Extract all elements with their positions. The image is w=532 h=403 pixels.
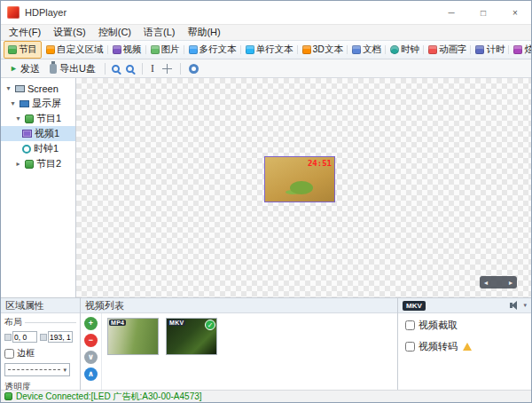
video-region-preview[interactable]: 24:51 (264, 156, 335, 202)
document-icon (352, 45, 361, 54)
position-field (4, 331, 37, 343)
video-thumbnail-mp4[interactable]: MP4 (107, 318, 159, 355)
border-checkbox[interactable] (4, 349, 14, 359)
add-video-button[interactable]: + (84, 317, 98, 330)
tab-multiline-text[interactable]: 多行文本 (184, 41, 241, 59)
video-crop-option: 视频截取 (405, 319, 524, 332)
tab-custom-area[interactable]: 自定义区域 (42, 41, 108, 59)
pager-next-icon[interactable]: ▸ (509, 279, 512, 287)
video-list-title: 视频列表 (85, 299, 124, 312)
close-button[interactable]: × (499, 1, 531, 24)
speaker-icon[interactable] (510, 301, 517, 310)
tab-clock[interactable]: 时钟 (386, 41, 424, 59)
video-thumbnail-mkv[interactable]: MKV ✓ (166, 318, 217, 355)
pager-prev-icon[interactable]: ◂ (484, 279, 488, 287)
video-list-buttons: + − ∨ ∧ (81, 313, 102, 390)
singleline-text-icon (246, 45, 254, 54)
zoom-in-icon[interactable] (112, 65, 120, 73)
minimize-button[interactable]: ─ (435, 1, 467, 24)
position-input[interactable] (12, 331, 37, 343)
usb-icon (50, 64, 57, 74)
video-thumbnails: MP4 MKV ✓ (102, 313, 397, 390)
timer-icon (475, 45, 484, 54)
menubar: 文件(F) 设置(S) 控制(C) 语言(L) 帮助(H) (1, 24, 531, 40)
video-properties-body: 视频截取 视频转码 (398, 313, 531, 359)
menu-language[interactable]: 语言(L) (137, 25, 181, 40)
chevron-down-icon[interactable]: ▾ (523, 302, 527, 309)
expander-icon[interactable]: ▸ (14, 160, 22, 168)
border-style-dropdown[interactable]: ▾ (4, 363, 70, 376)
menu-settings[interactable]: 设置(S) (47, 25, 92, 40)
video-properties-panel: MKV ▾ 视频截取 视频转码 (398, 298, 531, 390)
tab-dazzle[interactable]: 炫酷 (509, 41, 531, 59)
video-properties-header: MKV ▾ (398, 298, 531, 313)
bottom-panels: 区域属性 布局 (1, 297, 531, 390)
video-transcode-label: 视频转码 (419, 340, 458, 353)
video-transcode-checkbox[interactable] (405, 342, 415, 352)
statusbar: Device Connected:[LED 广告机:A30-00-A4573] (1, 390, 531, 402)
remove-video-button[interactable]: − (84, 334, 98, 347)
expander-icon[interactable]: ▾ (9, 99, 17, 107)
video-icon (113, 45, 121, 54)
clock-icon (22, 145, 31, 154)
menu-control[interactable]: 控制(C) (92, 25, 137, 40)
tree-item-screen[interactable]: ▾ Screen (1, 81, 75, 96)
screen-icon (15, 85, 25, 92)
program-icon (25, 115, 34, 123)
size-input[interactable] (48, 331, 73, 343)
text-cursor-icon[interactable]: I (147, 62, 158, 75)
size-field (40, 331, 73, 343)
tab-image[interactable]: 图片 (146, 41, 184, 59)
tree-item-program2[interactable]: ▸ 节目2 (1, 156, 75, 171)
group-divider (25, 322, 76, 323)
titlebar: HDPlayer ─ □ × (1, 1, 531, 24)
toolbar-separator (180, 63, 181, 75)
tab-program[interactable]: 节目 (4, 41, 42, 59)
app-window: HDPlayer ─ □ × 文件(F) 设置(S) 控制(C) 语言(L) 帮… (0, 0, 532, 403)
tree-item-label: 节目1 (36, 112, 61, 125)
tab-label: 时钟 (401, 43, 419, 56)
program-icon (25, 160, 34, 169)
content-type-toolbar: 节目 自定义区域 视频 图片 多行文本 单行文本 3D文本 文档 时钟 动画字 … (1, 40, 531, 59)
tab-timer[interactable]: 计时 (471, 41, 509, 59)
menu-help[interactable]: 帮助(H) (181, 25, 226, 40)
tab-label: 视频 (123, 43, 142, 56)
export-usb-button[interactable]: 导出U盘 (45, 60, 100, 77)
send-label: 发送 (20, 62, 40, 75)
export-usb-label: 导出U盘 (59, 62, 96, 75)
canvas-zoom-pager[interactable]: ◂ ▸ (480, 276, 517, 288)
warning-icon (463, 343, 472, 351)
gear-icon[interactable] (189, 64, 199, 74)
region-properties-panel: 区域属性 布局 (1, 298, 81, 390)
zoom-out-icon[interactable] (126, 65, 134, 73)
tab-label: 动画字 (439, 43, 467, 56)
expander-icon[interactable]: ▾ (4, 84, 12, 92)
tree-item-label: 显示屏 (32, 97, 61, 110)
maximize-button[interactable]: □ (467, 1, 499, 24)
menu-file[interactable]: 文件(F) (3, 25, 47, 40)
video-crop-checkbox[interactable] (405, 320, 415, 330)
tree-item-video1[interactable]: 视频1 (1, 126, 75, 141)
send-button[interactable]: ► 发送 (5, 60, 44, 77)
move-up-button[interactable]: ∧ (84, 367, 98, 381)
tab-video[interactable]: 视频 (108, 41, 146, 59)
image-icon (151, 45, 160, 54)
expander-icon[interactable]: ▾ (14, 115, 22, 122)
action-toolbar: ► 发送 导出U盘 I (1, 59, 531, 78)
move-icon[interactable] (162, 64, 172, 74)
tree-item-display[interactable]: ▾ 显示屏 (1, 96, 75, 111)
tab-singleline-text[interactable]: 单行文本 (241, 41, 298, 59)
tree-item-label: 时钟1 (34, 142, 59, 155)
tree-item-program1[interactable]: ▾ 节目1 (1, 111, 75, 126)
tab-3d-text[interactable]: 3D文本 (298, 41, 348, 59)
tab-animated-text[interactable]: 动画字 (424, 41, 472, 59)
design-canvas[interactable]: 24:51 ◂ ▸ (76, 78, 531, 297)
format-badge: MP4 (109, 320, 126, 326)
program-icon (8, 45, 17, 54)
custom-area-icon (46, 45, 55, 54)
move-down-button[interactable]: ∨ (84, 351, 98, 364)
tree-item-clock1[interactable]: 时钟1 (1, 141, 75, 156)
tab-document[interactable]: 文档 (348, 41, 386, 59)
tree-item-label: 视频1 (35, 127, 59, 140)
tree-item-label: Screen (27, 83, 59, 94)
